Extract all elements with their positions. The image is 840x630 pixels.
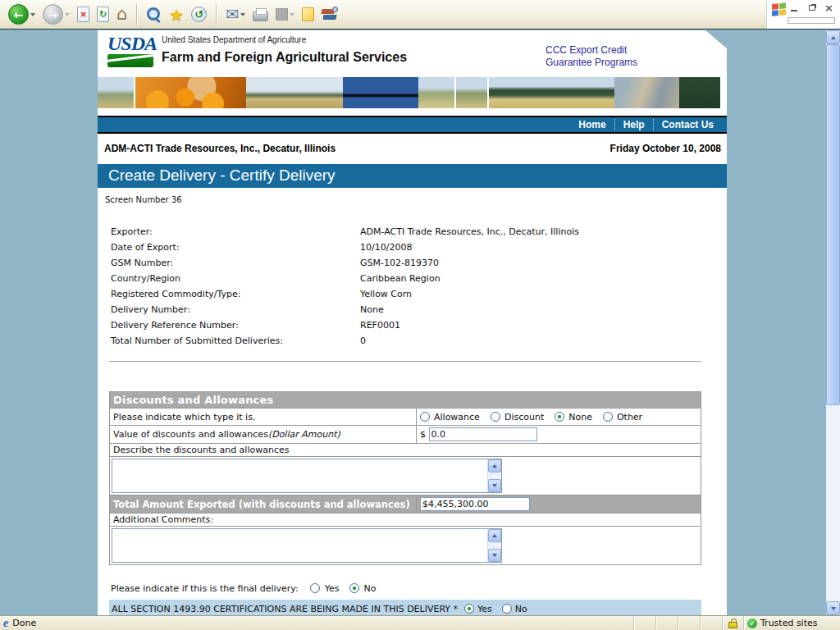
- horizontal-rule: [109, 361, 701, 362]
- radio-allowance-label: Allowance: [434, 412, 480, 422]
- favorites-star-icon: ★: [169, 7, 184, 23]
- window-controls-box: ×: [766, 0, 840, 29]
- refresh-icon: ↻: [97, 7, 109, 22]
- detail-label: Delivery Number:: [98, 304, 360, 320]
- textarea-scrollbar[interactable]: [487, 529, 501, 562]
- stop-button[interactable]: ×: [75, 5, 91, 24]
- detail-value: GSM-102-819370: [360, 258, 439, 273]
- refresh-button[interactable]: ↻: [95, 5, 111, 24]
- radio-final-yes-label: Yes: [325, 583, 340, 594]
- total-exported-label: Total Amount Exported (with discounts an…: [110, 495, 417, 514]
- scroll-up-icon[interactable]: [488, 529, 501, 542]
- print-button[interactable]: [251, 6, 270, 23]
- nav-help[interactable]: Help: [615, 119, 653, 130]
- status-bar: e Done ✓ Trusted sites: [0, 615, 840, 630]
- security-zone-text: Trusted sites: [760, 618, 818, 628]
- vertical-scrollbar[interactable]: [826, 30, 840, 615]
- minimize-button[interactable]: [791, 10, 797, 11]
- discount-value-label: Value of discounts and allowances(Dollar…: [110, 426, 417, 444]
- ccc-link-line2[interactable]: Guarantee Programs: [546, 57, 637, 69]
- edit-icon: [276, 8, 288, 21]
- radio-cert-yes-label: Yes: [477, 604, 492, 614]
- forward-icon: →: [43, 4, 63, 25]
- radio-none-label: None: [568, 412, 592, 422]
- restore-button[interactable]: [809, 5, 815, 11]
- scroll-down-icon[interactable]: [488, 549, 501, 562]
- home-button[interactable]: ⌂: [115, 4, 129, 25]
- security-lock-pane: [722, 616, 743, 630]
- browser-toolbar: ← → × ↻ ⌂ ★ ↺ ✉: [0, 0, 840, 30]
- forward-button[interactable]: →: [41, 2, 71, 26]
- radio-final-no-label: No: [364, 583, 377, 594]
- radio-other[interactable]: [603, 412, 613, 422]
- browser-viewport: USDA United States Department of Agricul…: [0, 30, 826, 615]
- photo-banner: [98, 77, 727, 108]
- page-content: USDA United States Department of Agricul…: [98, 30, 727, 615]
- discount-value-input[interactable]: [429, 427, 537, 441]
- mail-icon: ✉: [226, 7, 239, 22]
- detail-row: Exporter:ADM-ACTI Trade Resources, Inc.,…: [98, 226, 727, 242]
- radio-cert-yes[interactable]: [464, 604, 474, 614]
- edit-button[interactable]: [274, 7, 296, 22]
- usda-header: USDA United States Department of Agricul…: [98, 30, 727, 77]
- research-button[interactable]: [320, 5, 340, 24]
- history-clock-icon: ↺: [191, 7, 207, 22]
- nav-contact-us[interactable]: Contact Us: [654, 119, 722, 130]
- status-left: e Done: [0, 618, 633, 629]
- padlock-icon: [728, 622, 737, 628]
- describe-discounts-label: Describe the discounts and allowances: [110, 444, 701, 457]
- detail-row: Delivery Reference Number:REF0001: [98, 320, 727, 336]
- discounts-table: Discounts and Allowances Please indicate…: [109, 391, 701, 565]
- mail-dropdown-icon[interactable]: [240, 13, 245, 16]
- scrollbar-down-icon[interactable]: [826, 601, 840, 615]
- radio-final-no[interactable]: [349, 583, 359, 593]
- exporter-name: ADM-ACTI Trade Resources, Inc., Decatur,…: [104, 143, 336, 155]
- trusted-check-icon: ✓: [747, 619, 757, 628]
- scroll-up-icon[interactable]: [488, 459, 501, 472]
- security-zone-pane: ✓ Trusted sites: [743, 616, 840, 630]
- status-pane: [633, 616, 655, 630]
- ccc-link-line1[interactable]: CCC Export Credit: [546, 44, 637, 57]
- mail-button[interactable]: ✉: [224, 5, 247, 24]
- detail-row: GSM Number:GSM-102-819370: [98, 258, 727, 273]
- detail-value: 0: [360, 336, 366, 351]
- additional-comments-label: Additional Comments:: [110, 514, 701, 527]
- scrollbar-up-icon[interactable]: [826, 30, 840, 44]
- messenger-button[interactable]: [300, 6, 316, 23]
- search-button[interactable]: [144, 5, 163, 24]
- status-pane: [678, 616, 700, 630]
- screen-number: Screen Number 36: [98, 195, 727, 206]
- favorites-button[interactable]: ★: [167, 5, 185, 25]
- back-dropdown-icon[interactable]: [30, 13, 35, 16]
- detail-row: Date of Export:10/10/2008: [98, 242, 727, 258]
- total-exported-input[interactable]: [420, 497, 530, 511]
- radio-none[interactable]: [555, 412, 564, 422]
- radio-cert-no-label: No: [515, 604, 527, 614]
- close-button[interactable]: ×: [824, 2, 833, 13]
- detail-row: Total Number of Submitted Deliveries:0: [98, 336, 727, 351]
- banner-photo-canoe: [343, 77, 418, 108]
- describe-discounts-textarea[interactable]: [112, 459, 502, 493]
- textarea-scrollbar[interactable]: [487, 459, 501, 492]
- ccc-programs-link[interactable]: CCC Export Credit Guarantee Programs: [546, 44, 637, 69]
- detail-value: ADM-ACTI Trade Resources, Inc., Decatur,…: [360, 226, 579, 242]
- toolbar-separator: [136, 4, 137, 25]
- discounts-section-header: Discounts and Allowances: [110, 392, 701, 409]
- windows-logo-icon: [772, 2, 787, 17]
- scroll-down-icon[interactable]: [488, 479, 501, 492]
- scrollbar-thumb[interactable]: [826, 44, 840, 405]
- banner-photo-field: [246, 77, 343, 108]
- additional-comments-textarea[interactable]: [112, 528, 502, 563]
- back-button[interactable]: ←: [7, 2, 37, 26]
- banner-photo-prairie: [418, 77, 454, 108]
- banner-photo-landscape: [98, 77, 134, 108]
- radio-cert-no[interactable]: [502, 604, 512, 614]
- usda-logo-text: USDA: [107, 34, 158, 53]
- search-icon: [146, 7, 162, 22]
- radio-allowance[interactable]: [420, 412, 430, 422]
- agency-name: Farm and Foreign Agricultural Services: [162, 50, 407, 65]
- radio-discount[interactable]: [491, 412, 500, 422]
- radio-final-yes[interactable]: [310, 583, 320, 593]
- history-button[interactable]: ↺: [189, 5, 208, 24]
- nav-home[interactable]: Home: [570, 119, 614, 130]
